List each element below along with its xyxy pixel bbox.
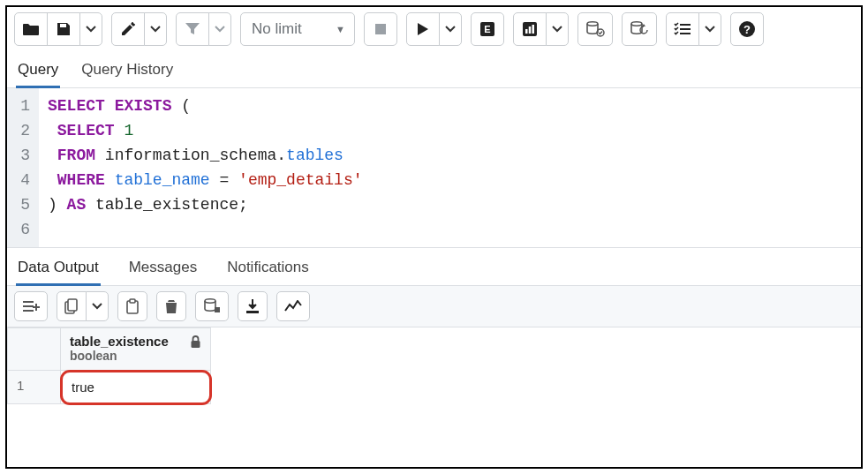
svg-text:?: ? bbox=[743, 23, 751, 36]
explain-analyze-button[interactable] bbox=[513, 12, 547, 46]
download-button[interactable] bbox=[238, 291, 268, 321]
tab-data-output[interactable]: Data Output bbox=[16, 253, 101, 286]
svg-rect-19 bbox=[192, 341, 200, 348]
table-row[interactable]: 1true bbox=[8, 371, 211, 404]
line-number: 3 bbox=[19, 143, 30, 168]
folder-icon bbox=[22, 22, 40, 36]
add-row-button[interactable] bbox=[14, 291, 48, 321]
commit-button[interactable] bbox=[577, 12, 613, 46]
paste-button[interactable] bbox=[117, 291, 147, 321]
save-file-button[interactable] bbox=[47, 12, 80, 46]
save-data-button[interactable] bbox=[195, 291, 229, 321]
rows-plus-icon bbox=[22, 299, 40, 313]
macros-dropdown-button[interactable] bbox=[698, 12, 721, 46]
db-rollback-icon bbox=[630, 21, 649, 37]
svg-rect-5 bbox=[529, 26, 532, 34]
chevron-down-icon bbox=[552, 26, 562, 33]
row-limit-select[interactable]: No limit ▼ bbox=[240, 12, 355, 46]
open-file-button[interactable] bbox=[14, 12, 48, 46]
execute-group bbox=[406, 12, 462, 46]
tab-query-history[interactable]: Query History bbox=[79, 56, 175, 87]
code-line[interactable]: WHERE table_name = 'emp_details' bbox=[48, 168, 852, 192]
db-check-icon bbox=[585, 21, 605, 37]
chevron-down-icon bbox=[92, 303, 102, 310]
edit-group bbox=[111, 12, 167, 46]
line-number: 1 bbox=[19, 94, 30, 118]
editor-tabs: Query Query History bbox=[7, 52, 861, 88]
sql-editor[interactable]: 123456 SELECT EXISTS ( SELECT 1 FROM inf… bbox=[7, 88, 861, 247]
lock-icon bbox=[190, 335, 201, 349]
stop-icon bbox=[374, 23, 387, 35]
row-number-header[interactable] bbox=[8, 328, 61, 371]
svg-rect-6 bbox=[532, 25, 535, 34]
bar-chart-icon bbox=[522, 21, 538, 37]
delete-row-button[interactable] bbox=[156, 291, 186, 321]
line-chart-icon bbox=[284, 300, 302, 312]
column-header[interactable]: table_existence boolean bbox=[61, 328, 211, 371]
result-tabs: Data Output Messages Notifications bbox=[7, 247, 861, 286]
analyze-dropdown-button[interactable] bbox=[546, 12, 569, 46]
chevron-down-icon bbox=[445, 26, 456, 33]
edit-dropdown-button[interactable] bbox=[144, 12, 167, 46]
svg-point-7 bbox=[587, 22, 598, 26]
filter-icon bbox=[185, 22, 200, 36]
chevron-down-icon bbox=[150, 26, 161, 33]
edit-button[interactable] bbox=[111, 12, 145, 46]
svg-rect-13 bbox=[68, 299, 77, 311]
chevron-down-icon bbox=[705, 26, 715, 33]
data-cell[interactable]: true bbox=[61, 371, 211, 404]
svg-text:E: E bbox=[484, 24, 490, 34]
save-icon bbox=[56, 21, 72, 37]
save-dropdown-button[interactable] bbox=[79, 12, 102, 46]
help-button[interactable]: ? bbox=[730, 12, 764, 46]
download-icon bbox=[245, 298, 260, 314]
code-line[interactable]: ) AS table_existence; bbox=[48, 192, 852, 217]
line-gutter: 123456 bbox=[7, 88, 39, 247]
code-line[interactable]: FROM information_schema.tables bbox=[48, 143, 852, 168]
trash-icon bbox=[164, 298, 178, 314]
execute-button[interactable] bbox=[406, 12, 440, 46]
graph-button[interactable] bbox=[276, 291, 310, 321]
result-toolbar bbox=[7, 286, 861, 327]
sql-code[interactable]: SELECT EXISTS ( SELECT 1 FROM informatio… bbox=[39, 88, 861, 247]
svg-rect-4 bbox=[525, 29, 528, 34]
tab-messages[interactable]: Messages bbox=[127, 253, 199, 285]
stop-button[interactable] bbox=[364, 12, 397, 46]
code-line[interactable]: SELECT EXISTS ( bbox=[48, 94, 852, 118]
svg-rect-18 bbox=[246, 311, 259, 313]
macros-group bbox=[666, 12, 721, 46]
svg-rect-17 bbox=[215, 307, 220, 312]
code-line[interactable]: SELECT 1 bbox=[48, 118, 852, 143]
row-number-cell[interactable]: 1 bbox=[8, 371, 61, 404]
query-tool-window: No limit ▼ E bbox=[5, 5, 863, 469]
code-line[interactable] bbox=[48, 217, 852, 242]
clipboard-icon bbox=[125, 298, 140, 314]
list-check-icon bbox=[674, 22, 691, 36]
line-number: 2 bbox=[19, 118, 30, 143]
macros-button[interactable] bbox=[666, 12, 699, 46]
execute-dropdown-button[interactable] bbox=[439, 12, 462, 46]
line-number: 6 bbox=[19, 217, 30, 242]
copy-dropdown-button[interactable] bbox=[86, 291, 109, 321]
tab-query[interactable]: Query bbox=[16, 56, 60, 88]
svg-rect-15 bbox=[130, 299, 135, 303]
explain-icon: E bbox=[479, 21, 495, 37]
tab-notifications[interactable]: Notifications bbox=[225, 253, 311, 285]
file-group bbox=[14, 12, 102, 46]
result-grid[interactable]: table_existence boolean 1true bbox=[7, 327, 211, 404]
data-output-panel: table_existence boolean 1true bbox=[7, 327, 861, 467]
caret-down-icon: ▼ bbox=[336, 24, 345, 34]
copy-icon bbox=[64, 298, 79, 314]
rollback-button[interactable] bbox=[622, 12, 657, 46]
chevron-down-icon bbox=[86, 26, 96, 33]
row-limit-label: No limit bbox=[252, 20, 302, 38]
explain-button[interactable]: E bbox=[471, 12, 504, 46]
svg-rect-0 bbox=[375, 24, 386, 34]
filter-dropdown-button[interactable] bbox=[208, 12, 231, 46]
pencil-icon bbox=[120, 21, 136, 37]
play-icon bbox=[417, 22, 429, 36]
line-number: 5 bbox=[19, 192, 30, 217]
filter-button[interactable] bbox=[176, 12, 209, 46]
copy-button[interactable] bbox=[57, 291, 87, 321]
svg-point-16 bbox=[205, 299, 215, 303]
